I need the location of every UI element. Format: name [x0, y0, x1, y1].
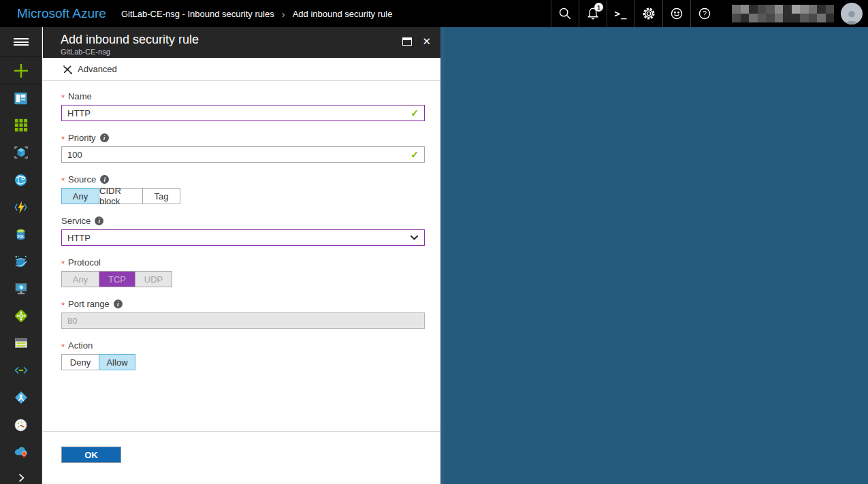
svg-text:?: ? [703, 10, 707, 18]
source-option-cidr-block[interactable]: CIDR block [99, 188, 143, 204]
grid-icon [14, 118, 29, 133]
sidebar-item-dashboard[interactable] [0, 84, 42, 112]
breadcrumb-separator-icon: › [282, 9, 285, 19]
sidebar-item-cosmos-db[interactable] [0, 248, 42, 275]
lightning-icon [13, 199, 29, 215]
topbar-actions: 1 >_ ? [551, 0, 868, 27]
protocol-option-any: Any [61, 271, 99, 287]
action-option-allow[interactable]: Allow [99, 354, 135, 370]
dashboard-icon [13, 91, 29, 106]
sidebar-item-create-resource[interactable] [0, 57, 42, 84]
action-option-deny[interactable]: Deny [61, 354, 99, 370]
breadcrumb: GitLab-CE-nsg - Inbound security rules ›… [121, 9, 392, 19]
search-button[interactable] [551, 0, 579, 27]
chevron-down-icon [410, 234, 419, 241]
maximize-icon[interactable] [402, 37, 412, 46]
advanced-label: Advanced [78, 64, 117, 74]
sidebar-item-virtual-networks[interactable] [0, 357, 42, 384]
sidebar-item-storage-accounts[interactable] [0, 329, 42, 357]
service-select-value: HTTP [67, 233, 91, 243]
tools-icon [62, 64, 73, 75]
priority-label: * Priority i [61, 133, 423, 143]
redacted-username [732, 5, 834, 22]
source-toggle-group: Any CIDR block Tag [61, 188, 423, 204]
breadcrumb-current: Add inbound security rule [293, 9, 393, 19]
sidebar-item-all-resources[interactable] [0, 139, 42, 166]
settings-button[interactable] [634, 0, 662, 27]
top-bar: Microsoft Azure GitLab-CE-nsg - Inbound … [0, 0, 868, 27]
sidebar-item-monitor[interactable] [0, 411, 42, 438]
required-marker: * [61, 175, 65, 184]
sidebar-item-advisor[interactable] [0, 438, 42, 466]
blade-title: Add inbound security rule [61, 32, 402, 47]
feedback-button[interactable] [662, 0, 690, 27]
protocol-label: * Protocol [61, 257, 423, 268]
name-label: * Name [61, 91, 423, 101]
vm-monitor-icon [13, 280, 29, 297]
add-inbound-rule-blade: Add inbound security rule GitLab-CE-nsg … [43, 27, 440, 484]
chevron-right-icon [14, 471, 28, 484]
help-button[interactable]: ? [690, 0, 718, 27]
sidebar-item-load-balancers[interactable] [0, 302, 42, 329]
search-icon [558, 6, 573, 21]
sidebar-item-expand[interactable] [0, 466, 42, 484]
required-marker: * [61, 92, 65, 101]
gauge-icon [13, 417, 29, 433]
advisor-cloud-icon [13, 444, 29, 460]
valid-check-icon: ✓ [411, 149, 419, 160]
ok-button[interactable]: OK [61, 447, 121, 463]
info-icon: i [100, 175, 109, 184]
action-toggle-group: Deny Allow [61, 354, 423, 370]
sidebar-item-app-services[interactable] [0, 166, 42, 193]
info-icon: i [114, 300, 123, 308]
required-marker: * [61, 341, 65, 351]
sidebar-item-menu[interactable] [0, 27, 42, 57]
sidebar-item-virtual-machines[interactable] [0, 275, 42, 302]
hamburger-icon [14, 37, 29, 48]
info-icon: i [100, 133, 109, 142]
required-marker: * [61, 258, 65, 268]
plus-icon [13, 63, 29, 79]
port-range-label: * Port range i [61, 299, 423, 309]
action-label: * Action [61, 340, 423, 351]
source-label: * Source i [61, 174, 423, 184]
priority-input[interactable] [61, 146, 425, 163]
left-nav: SQL [0, 27, 42, 484]
globe-icon [13, 172, 29, 188]
protocol-option-tcp: TCP [99, 271, 135, 287]
service-select[interactable]: HTTP [61, 229, 425, 246]
advanced-button[interactable]: Advanced [62, 64, 117, 75]
cloud-shell-icon: >_ [615, 8, 628, 19]
breadcrumb-parent[interactable]: GitLab-CE-nsg - Inbound security rules [121, 9, 274, 19]
sidebar-item-function-apps[interactable] [0, 193, 42, 221]
sql-database-icon: SQL [13, 227, 29, 242]
aad-icon [13, 389, 29, 406]
planet-icon [13, 254, 29, 270]
source-option-tag[interactable]: Tag [142, 188, 180, 204]
required-marker: * [61, 300, 65, 309]
required-marker: * [61, 133, 65, 143]
user-avatar[interactable] [841, 3, 863, 25]
sidebar-item-azure-active-directory[interactable] [0, 384, 42, 411]
svg-text:SQL: SQL [17, 233, 25, 238]
storage-icon [13, 335, 29, 351]
service-label: Service i [61, 216, 423, 226]
gear-icon [641, 5, 657, 22]
protocol-toggle-group: Any TCP UDP [61, 271, 423, 287]
portal-dimmed-background [440, 27, 868, 484]
close-icon[interactable]: ✕ [422, 36, 431, 46]
blade-toolbar: Advanced [43, 58, 440, 81]
notifications-button[interactable]: 1 [579, 0, 607, 27]
smiley-icon [669, 6, 684, 21]
name-input[interactable] [61, 105, 425, 121]
blade-footer: OK [43, 431, 440, 484]
blade-subtitle: GitLab-CE-nsg [61, 48, 402, 56]
cube-icon [13, 144, 29, 161]
protocol-option-udp: UDP [135, 271, 172, 287]
sidebar-item-all-services[interactable] [0, 112, 42, 139]
cloud-shell-button[interactable]: >_ [607, 0, 634, 27]
source-option-any[interactable]: Any [61, 188, 99, 204]
azure-logo[interactable]: Microsoft Azure [17, 6, 106, 21]
blade-header: Add inbound security rule GitLab-CE-nsg … [43, 27, 440, 58]
sidebar-item-sql-databases[interactable]: SQL [0, 221, 42, 248]
